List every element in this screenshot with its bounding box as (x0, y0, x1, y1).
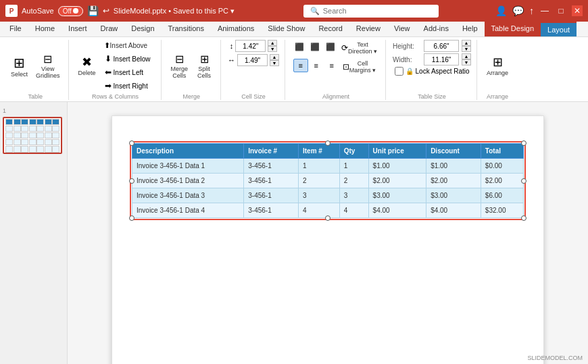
cell-r1-c5[interactable]: $1.00 (368, 159, 426, 174)
tab-animations[interactable]: Animations (211, 22, 261, 36)
align-top-left-button[interactable]: ⬛ (292, 40, 307, 53)
table-height-up[interactable]: ▲ (462, 40, 471, 46)
cell-r4-c5[interactable]: $4.00 (368, 203, 426, 218)
align-mid-center-button[interactable]: ≡ (309, 59, 324, 72)
arrange-button[interactable]: ⊞ Arrange (484, 54, 511, 78)
cell-height-down[interactable]: ▼ (268, 46, 277, 52)
tab-slideshow[interactable]: Slide Show (261, 22, 312, 36)
cell-r2-c6[interactable]: $2.00 (426, 174, 481, 188)
insert-below-button[interactable]: ⬇ Insert Below (101, 53, 155, 65)
cell-width-up[interactable]: ▲ (270, 54, 279, 60)
lock-aspect-checkbox[interactable] (395, 67, 403, 76)
cell-width-spinner[interactable]: ▲ ▼ (270, 54, 279, 66)
table-width-up[interactable]: ▲ (462, 53, 471, 59)
cell-r4-c6[interactable]: $4.00 (426, 203, 481, 218)
align-mid-left-button[interactable]: ≡ (293, 59, 308, 72)
cell-r1-c1[interactable]: Invoice 3-456-1 Data 1 (132, 159, 244, 174)
tab-layout[interactable]: Layout (541, 22, 577, 36)
cell-r1-c7[interactable]: $0.00 (481, 159, 523, 174)
cell-r1-c2[interactable]: 3-456-1 (244, 159, 299, 174)
table-height-spinner[interactable]: ▲ ▼ (462, 40, 471, 52)
cell-r2-c4[interactable]: 2 (339, 174, 368, 188)
handle-top-mid[interactable] (325, 140, 330, 146)
cell-r4-c2[interactable]: 3-456-1 (244, 203, 299, 218)
cell-r1-c3[interactable]: 1 (299, 159, 340, 174)
search-input[interactable] (323, 7, 431, 15)
tab-tabledesign[interactable]: Table Design (485, 22, 541, 36)
cell-r2-c7[interactable]: $2.00 (481, 174, 523, 188)
cell-r3-c4[interactable]: 3 (339, 188, 368, 203)
maximize-button[interactable]: □ (556, 5, 566, 16)
tab-view[interactable]: View (387, 22, 417, 36)
cell-margins-button[interactable]: ⊡ CellMargins ▾ (340, 59, 379, 75)
cell-r4-c7[interactable]: $32.00 (481, 203, 523, 218)
tab-record[interactable]: Record (312, 22, 349, 36)
insert-left-button[interactable]: ⬅ Insert Left (101, 66, 155, 78)
cell-height-up[interactable]: ▲ (268, 40, 277, 46)
cell-r3-c2[interactable]: 3-456-1 (244, 188, 299, 203)
close-button[interactable]: ✕ (572, 5, 583, 16)
merge-cells-button[interactable]: ⊟ MergeCells (168, 51, 191, 80)
handle-top-right[interactable] (521, 140, 526, 146)
cell-r2-c5[interactable]: $2.00 (368, 174, 426, 188)
tab-transitions[interactable]: Transitions (162, 22, 211, 36)
cell-r3-c6[interactable]: $3.00 (426, 188, 481, 203)
align-top-right-button[interactable]: ⬛ (323, 40, 338, 53)
slide-thumbnail[interactable] (3, 117, 62, 154)
autosave-toggle[interactable]: Off (58, 6, 83, 16)
cell-r4-c4[interactable]: 4 (339, 203, 368, 218)
undo-icon[interactable]: ↩ (103, 6, 109, 16)
table-height-down[interactable]: ▼ (462, 46, 471, 52)
cell-width-input[interactable] (237, 54, 268, 66)
cell-height-input[interactable] (235, 40, 266, 52)
cell-r4-c3[interactable]: 4 (299, 203, 340, 218)
mini-cell-r22 (5, 146, 13, 153)
tab-draw[interactable]: Draw (94, 22, 125, 36)
split-cells-button[interactable]: ⊞ SplitCells (193, 51, 215, 80)
cell-r2-c3[interactable]: 2 (299, 174, 340, 188)
cell-r1-c4[interactable]: 1 (339, 159, 368, 174)
tab-review[interactable]: Review (349, 22, 387, 36)
tab-design[interactable]: Design (124, 22, 161, 36)
handle-top-left[interactable] (129, 140, 134, 146)
cell-r3-c7[interactable]: $6.00 (481, 188, 523, 203)
cell-r1-c6[interactable]: $1.00 (426, 159, 481, 174)
handle-mid-right[interactable] (521, 178, 526, 184)
insert-above-button[interactable]: ⬆ Insert Above (101, 40, 155, 51)
table-width-down[interactable]: ▼ (462, 59, 471, 66)
select-button[interactable]: ⊞ Select (8, 53, 30, 79)
text-direction-button[interactable]: ⟳ TextDirection ▾ (339, 40, 380, 56)
cell-r3-c3[interactable]: 3 (299, 188, 340, 203)
share-icon[interactable]: ↑ (529, 5, 534, 16)
align-top-center-button[interactable]: ⬛ (308, 40, 322, 53)
minimize-button[interactable]: — (539, 5, 550, 16)
tab-home[interactable]: Home (28, 22, 62, 36)
search-box[interactable]: 🔍 (303, 5, 439, 18)
cell-height-spinner[interactable]: ▲ ▼ (268, 40, 277, 52)
tab-addins[interactable]: Add-ins (417, 22, 456, 36)
tab-file[interactable]: File (3, 22, 28, 36)
tab-help[interactable]: Help (456, 22, 485, 36)
cell-width-down[interactable]: ▼ (270, 60, 279, 66)
handle-bottom-right[interactable] (521, 215, 526, 221)
table-width-spinner[interactable]: ▲ ▼ (462, 53, 471, 66)
account-icon[interactable]: 👤 (495, 5, 507, 16)
handle-mid-left[interactable] (129, 178, 134, 184)
save-icon[interactable]: 💾 (87, 5, 99, 16)
handle-bottom-mid[interactable] (325, 215, 330, 221)
cell-r2-c1[interactable]: Invoice 3-456-1 Data 2 (132, 174, 244, 188)
table-width-input[interactable] (424, 53, 459, 66)
mini-cell-h4 (29, 119, 36, 126)
insert-right-button[interactable]: ➡ Insert Right (101, 80, 155, 92)
comment-icon[interactable]: 💬 (512, 5, 524, 16)
cell-r4-c1[interactable]: Invoice 3-456-1 Data 4 (132, 203, 244, 218)
cell-r3-c1[interactable]: Invoice 3-456-1 Data 3 (132, 188, 244, 203)
table-height-input[interactable] (424, 40, 459, 52)
handle-bottom-left[interactable] (129, 215, 134, 221)
delete-button[interactable]: ✖ Delete (76, 54, 99, 78)
cell-r3-c5[interactable]: $3.00 (368, 188, 426, 203)
view-gridlines-button[interactable]: ⊟ ViewGridlines (33, 51, 63, 80)
cell-r2-c2[interactable]: 3-456-1 (244, 174, 299, 188)
tab-insert[interactable]: Insert (62, 22, 94, 36)
align-mid-right-button[interactable]: ≡ (324, 59, 339, 72)
